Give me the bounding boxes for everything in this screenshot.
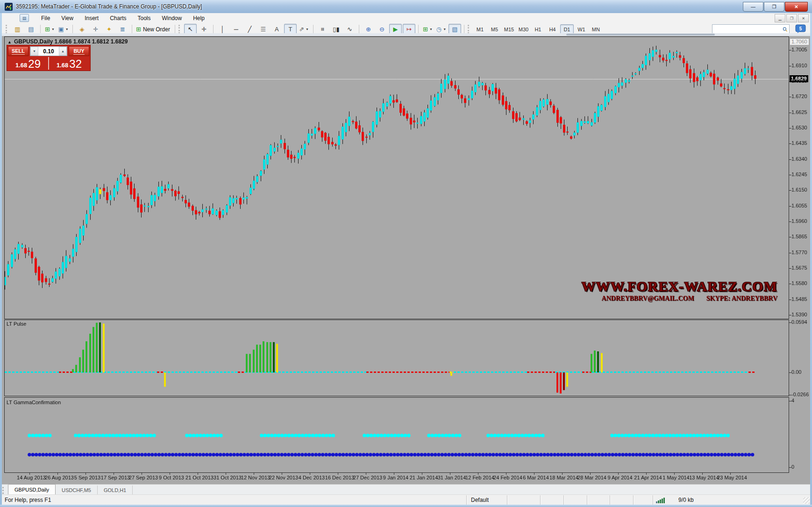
price-axis-label: 1.6910: [791, 63, 807, 68]
symbol-ohlc-text: GBPUSD,Daily 1.6866 1.6874 1.6812 1.6829: [14, 38, 128, 45]
restore-button[interactable]: ❐: [764, 2, 784, 12]
menu-item[interactable]: File: [36, 14, 56, 23]
minimize-button[interactable]: —: [743, 2, 763, 12]
chart-ohlc-header: ▲GBPUSD,Daily 1.6866 1.6874 1.6812 1.682…: [7, 38, 128, 45]
resize-grip[interactable]: [803, 497, 810, 504]
profiles-icon: ▣: [58, 26, 64, 32]
dropdown-caret-icon: ▼: [306, 28, 309, 31]
date-axis-label: 17 Sep 2013: [101, 475, 130, 480]
buy-button[interactable]: BUY: [69, 46, 89, 56]
date-axis-label: 14 Aug 2013: [17, 475, 46, 480]
chart-tab[interactable]: GOLD,H1: [98, 486, 133, 494]
scrollbar-handle[interactable]: [566, 34, 715, 36]
statusbar-separator: [653, 495, 653, 505]
toolbar-separator: [464, 25, 464, 34]
chart-tab-bar: GBPUSD,Daily USDCHF,M5 GOLD,H1: [1, 484, 811, 495]
date-axis-label: 16 Dec 2013: [325, 475, 354, 480]
statusbar-separator: [507, 495, 507, 505]
menu-item[interactable]: Tools: [132, 14, 157, 23]
lot-size-input[interactable]: [38, 47, 59, 56]
date-axis-label: 27 Sep 2013: [129, 475, 158, 480]
vertical-line-icon: │: [221, 26, 224, 32]
gamma-axis-label: 4: [791, 398, 794, 403]
tabbar-grip: [2, 487, 6, 494]
chart-preview-icon: ▤: [28, 26, 34, 32]
date-axis-label: 26 Aug 2013: [45, 475, 74, 480]
fibonacci-icon: ☰: [261, 26, 266, 32]
menu-item[interactable]: Window: [157, 14, 188, 23]
toolbar-grip: [178, 25, 181, 34]
zoom-out-icon: ⊖: [379, 26, 385, 32]
toolbar-separator: [40, 25, 41, 34]
menu-item[interactable]: Insert: [79, 14, 104, 23]
dropdown-caret-icon: ▼: [429, 28, 433, 31]
child-close-button[interactable]: ✕: [798, 14, 809, 22]
lot-decrease-button[interactable]: ▼: [30, 47, 38, 56]
child-restore-button[interactable]: ❐: [786, 14, 797, 22]
title-bar[interactable]: 3592195: MetaTrader - E-Global Trade & F…: [0, 0, 812, 14]
date-axis-label: 12 Nov 2013: [241, 475, 270, 480]
horizontal-line-icon: ─: [234, 26, 238, 32]
navigator-icon: ✦: [107, 26, 112, 32]
indicators-icon: ⊞: [423, 26, 428, 32]
date-axis-label: 5 Sep 2013: [74, 475, 100, 480]
toolbar-separator: [72, 25, 73, 34]
dropdown-caret-icon: ▼: [65, 28, 69, 31]
cursor-icon: ↖: [188, 26, 193, 32]
price-axis-label: 1.6245: [791, 171, 807, 177]
chart-window-icon[interactable]: ▤: [20, 14, 29, 22]
date-axis-label: 9 Jan 2014: [383, 475, 408, 480]
date-axis-label: 31 Jan 2014: [438, 475, 466, 480]
mql5-community-icon[interactable]: 5: [795, 24, 806, 34]
search-icon[interactable]: [783, 26, 788, 33]
status-profile[interactable]: Default: [471, 497, 489, 503]
status-help-text: For Help, press F1: [5, 497, 51, 503]
close-button[interactable]: ✕: [785, 2, 808, 12]
date-axis-label: 4 Dec 2013: [299, 475, 325, 480]
date-axis-label: 1 May 2014: [662, 475, 689, 480]
svg-text:5: 5: [799, 26, 802, 31]
date-axis-label: 21 Oct 2013: [185, 475, 214, 480]
status-bar: For Help, press F1 Default 9/0 kb: [1, 494, 811, 505]
sell-price-display[interactable]: 1.6829: [8, 57, 48, 70]
pulse-indicator-label: LT Pulse: [7, 321, 26, 327]
sell-button[interactable]: SELL: [8, 46, 28, 56]
template-icon: ▧: [452, 26, 457, 32]
buy-price-display[interactable]: 1.6832: [48, 57, 89, 70]
price-axis-label: 1.5580: [791, 280, 807, 286]
lot-size-stepper: ▼ ▲: [30, 46, 67, 56]
menu-item[interactable]: View: [56, 14, 79, 23]
price-chart-canvas[interactable]: [2, 36, 810, 484]
date-axis-label: 22 Nov 2013: [269, 475, 298, 480]
toolbar-separator: [313, 25, 313, 34]
search-input[interactable]: [712, 26, 783, 33]
market-watch-icon: ◈: [80, 26, 85, 32]
line-chart-icon: ∿: [347, 26, 352, 32]
dropdown-caret-icon: ▼: [51, 28, 55, 31]
arrows-icon: ⇗: [299, 26, 304, 32]
chart-tab[interactable]: USDCHF,M5: [56, 486, 98, 494]
menu-item[interactable]: Help: [187, 14, 210, 23]
price-axis-label: 1.7005: [791, 47, 807, 52]
lot-increase-button[interactable]: ▲: [59, 47, 67, 56]
open-chart-icon: ▥: [14, 26, 20, 32]
menu-item[interactable]: Charts: [104, 14, 132, 23]
chart-tab[interactable]: GBPUSD,Daily: [8, 484, 56, 495]
date-axis-label: 12 Feb 2014: [465, 475, 494, 480]
auto-scroll-icon: ▶: [393, 26, 398, 32]
price-axis-label: 1.6815: [791, 78, 807, 84]
periods-icon: ◷: [436, 26, 442, 32]
date-axis-label: 28 Mar 2014: [577, 475, 606, 480]
window-border-right: [810, 13, 812, 507]
gamma-indicator-label: LT GammaConfirmation: [7, 400, 61, 405]
price-axis-label: 1.5865: [791, 234, 807, 239]
collapse-panel-arrow-icon[interactable]: ▲: [7, 40, 12, 44]
toolbar-grip: [468, 25, 470, 34]
new-chart-icon: ⊞: [45, 26, 50, 32]
child-minimize-button[interactable]: ▁: [775, 14, 785, 22]
date-axis-label: 6 Mar 2014: [523, 475, 549, 480]
statusbar-separator: [587, 495, 587, 505]
price-axis-label: 1.5675: [791, 265, 807, 271]
date-axis-label: 18 Mar 2014: [549, 475, 578, 480]
max-price-label: 1.7060: [790, 39, 809, 45]
